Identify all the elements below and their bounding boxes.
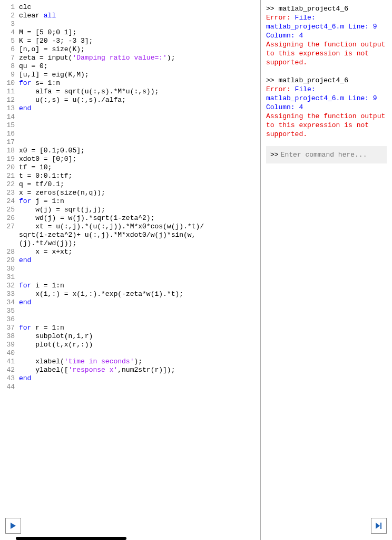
line-number: 43	[0, 374, 15, 383]
line-number: 2	[0, 12, 15, 20]
skip-forward-icon	[375, 522, 383, 529]
code-line[interactable]	[19, 307, 260, 315]
code-line[interactable]: clc	[19, 3, 260, 12]
app-root: 1234567891011121314151617181920212223242…	[0, 0, 392, 540]
line-number: 17	[0, 138, 15, 147]
code-line[interactable]: w(j) = sqrt(j,j);	[19, 206, 260, 214]
code-line[interactable]	[19, 138, 260, 147]
line-number: 6	[0, 45, 15, 54]
code-line[interactable]	[19, 130, 260, 138]
code-line[interactable]: plot(t,x(r,:))	[19, 341, 260, 349]
line-number: 28	[0, 248, 15, 256]
code-line[interactable]: x0 = [0.1;0.05];	[19, 147, 260, 155]
line-number: 25	[0, 206, 15, 214]
code-line[interactable]: clear all	[19, 12, 260, 20]
code-line[interactable]: [u,l] = eig(K,M);	[19, 71, 260, 79]
line-number: 9	[0, 71, 15, 79]
command-placeholder: Enter command here...	[281, 150, 367, 159]
line-number: 12	[0, 96, 15, 104]
line-number: 20	[0, 163, 15, 172]
code-line[interactable]: t = 0:0.1:tf;	[19, 172, 260, 180]
line-number: 41	[0, 358, 15, 366]
line-number: 34	[0, 298, 15, 307]
code-line[interactable]: xdot0 = [0;0];	[19, 155, 260, 163]
code-area[interactable]: 1234567891011121314151617181920212223242…	[0, 0, 260, 540]
line-number: 21	[0, 172, 15, 180]
line-number: 13	[0, 104, 15, 113]
line-number: 38	[0, 332, 15, 341]
line-number: 16	[0, 130, 15, 138]
code-line[interactable]: x = x+xt;	[19, 248, 260, 256]
line-number: 30	[0, 265, 15, 273]
code-line[interactable]: for j = 1:n	[19, 197, 260, 206]
code-line[interactable]: u(:,s) = u(:,s)./alfa;	[19, 96, 260, 104]
code-line[interactable]	[19, 121, 260, 130]
code-line[interactable]: zeta = input('Damping ratio value=:');	[19, 54, 260, 62]
code-line-wrap[interactable]: (j).*t/wd(j));	[19, 239, 260, 248]
line-number: 36	[0, 315, 15, 324]
line-number: 29	[0, 256, 15, 265]
code-line[interactable]: K = [20 -3; -3 3];	[19, 37, 260, 45]
line-number-gutter: 1234567891011121314151617181920212223242…	[0, 3, 18, 540]
line-number: 27	[0, 223, 15, 231]
code-line[interactable]	[19, 273, 260, 282]
editor-pane: 1234567891011121314151617181920212223242…	[0, 0, 261, 540]
line-number: 8	[0, 62, 15, 71]
code-line[interactable]: end	[19, 256, 260, 265]
line-number: 15	[0, 121, 15, 130]
line-number: 42	[0, 366, 15, 374]
code-content[interactable]: clcclear all M = [5 0;0 1];K = [20 -3; -…	[18, 3, 260, 540]
svg-marker-0	[11, 523, 16, 529]
svg-marker-1	[376, 523, 380, 529]
code-line[interactable]: alfa = sqrt(u(:,s).*M*u(:,s));	[19, 88, 260, 96]
line-number: 10	[0, 79, 15, 88]
line-number: 23	[0, 189, 15, 197]
console-pane: >> matlab_project4_6Error: File: matlab_…	[261, 0, 392, 540]
line-number: 7	[0, 54, 15, 62]
line-number: 26	[0, 214, 15, 223]
line-number: 31	[0, 273, 15, 282]
code-line[interactable]: x(i,:) = x(i,:).*exp(-zeta*w(i).*t);	[19, 290, 260, 298]
code-line[interactable]	[19, 349, 260, 358]
code-line[interactable]: for s= 1:n	[19, 79, 260, 88]
line-number: 33	[0, 290, 15, 298]
code-line[interactable]: wd(j) = w(j).*sqrt(1-zeta^2);	[19, 214, 260, 223]
next-button[interactable]	[371, 518, 387, 534]
line-number: 39	[0, 341, 15, 349]
code-line[interactable]	[19, 265, 260, 273]
svg-rect-2	[380, 523, 381, 529]
play-icon	[10, 522, 16, 529]
line-number: 32	[0, 282, 15, 290]
code-line[interactable]: M = [5 0;0 1];	[19, 28, 260, 37]
code-line[interactable]: xlabel('time in seconds');	[19, 358, 260, 366]
code-line[interactable]: tf = 10;	[19, 163, 260, 172]
code-line[interactable]	[19, 20, 260, 28]
code-line-wrap[interactable]: sqrt(1-zeta^2)+ u(:,j).*M*xdot0/w(j)*sin…	[19, 231, 260, 239]
code-line[interactable]: subplot(n,1,r)	[19, 332, 260, 341]
code-line[interactable]	[19, 383, 260, 391]
code-line[interactable]	[19, 315, 260, 324]
line-number: 44	[0, 383, 15, 391]
code-line[interactable]: for r = 1:n	[19, 324, 260, 332]
line-number: 14	[0, 113, 15, 121]
code-line[interactable]: ylabel(['response x',num2str(r)]);	[19, 366, 260, 374]
code-line[interactable]	[19, 113, 260, 121]
line-number: 24	[0, 197, 15, 206]
code-line[interactable]: end	[19, 374, 260, 383]
run-button[interactable]	[5, 518, 21, 534]
code-line[interactable]: q = tf/0.1;	[19, 180, 260, 189]
line-number: 4	[0, 28, 15, 37]
line-number: 18	[0, 147, 15, 155]
code-line[interactable]: x = zeros(size(n,q));	[19, 189, 260, 197]
command-prompt: >>	[270, 150, 279, 159]
command-input[interactable]: >> Enter command here...	[266, 146, 387, 163]
console-block: >> matlab_project4_6Error: File: matlab_…	[266, 4, 387, 67]
code-line[interactable]: end	[19, 104, 260, 113]
line-number: 37	[0, 324, 15, 332]
line-number: 11	[0, 88, 15, 96]
code-line[interactable]: qu = 0;	[19, 62, 260, 71]
code-line[interactable]: end	[19, 298, 260, 307]
code-line[interactable]: [n,o] = size(K);	[19, 45, 260, 54]
code-line[interactable]: for i = 1:n	[19, 282, 260, 290]
code-line[interactable]: xt = u(:,j).*(u(:,j)).*M*x0*cos(w(j).*t)…	[19, 223, 260, 231]
